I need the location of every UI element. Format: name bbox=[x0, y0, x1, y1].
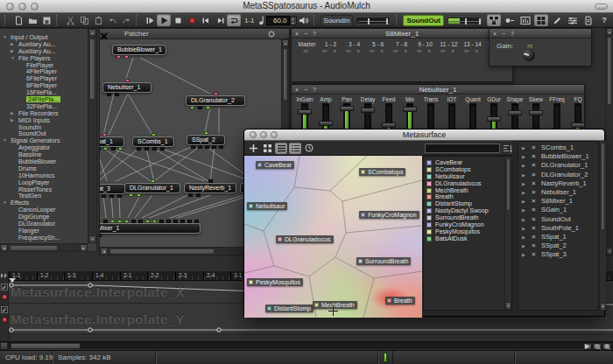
sidebar-item-auxiliary-au[interactable]: ▶Auxiliary Au... bbox=[0, 41, 88, 48]
expand-arrow-icon[interactable]: ▶ bbox=[522, 144, 525, 152]
panel-minimize-icon[interactable]: − bbox=[502, 29, 505, 38]
patch-cable[interactable] bbox=[154, 149, 208, 181]
patch-cable[interactable] bbox=[128, 195, 140, 218]
sidebar-item-auxiliary-au[interactable]: ▶Auxiliary Au... bbox=[0, 48, 88, 55]
scroll-left-arrow[interactable]: ◀ bbox=[100, 248, 108, 256]
toolbar-grip[interactable] bbox=[4, 15, 9, 25]
paste-button[interactable] bbox=[91, 14, 105, 26]
patch-node-sspat-1[interactable]: SSpat_1 bbox=[100, 136, 124, 147]
output-port[interactable] bbox=[196, 193, 201, 197]
surface-tag-distantstomp[interactable]: DistantStomp bbox=[265, 304, 314, 312]
sidebar-item-testgen[interactable]: TestGen bbox=[0, 192, 88, 200]
snapshot-item-batsatdusk[interactable]: BatsAtDusk bbox=[424, 235, 511, 242]
sidebar-item-16filepla[interactable]: 16FilePla... bbox=[0, 89, 88, 96]
channel-mute-solo[interactable]: m s bbox=[437, 48, 461, 55]
sound-out-label[interactable]: SoundOut bbox=[403, 15, 444, 26]
surface-tag-peskymosquitos[interactable]: PeskyMosquitos bbox=[247, 278, 303, 286]
sidebar-item-loopplayer[interactable]: LoopPlayer bbox=[0, 179, 88, 186]
output-port[interactable] bbox=[109, 194, 114, 198]
patch-node-dlgranulator-1[interactable]: DLGranulator_1 bbox=[124, 183, 180, 193]
output-port[interactable] bbox=[206, 106, 210, 109]
sidebar-item-arpeggiator[interactable]: Arpeggiator bbox=[0, 144, 88, 151]
slider-handle[interactable] bbox=[382, 122, 396, 128]
meter-handle[interactable] bbox=[465, 18, 467, 24]
scroll-thumb[interactable] bbox=[607, 37, 612, 105]
patch-cable[interactable] bbox=[111, 196, 113, 218]
sort-icon[interactable] bbox=[503, 144, 513, 154]
channel-mute-solo[interactable]: m s bbox=[413, 48, 437, 55]
remove-icon[interactable]: × bbox=[532, 224, 536, 233]
output-port[interactable] bbox=[198, 145, 202, 149]
sound-out-meter[interactable] bbox=[447, 17, 482, 24]
sidebar-item-24filepla[interactable]: 24FilePla... bbox=[0, 96, 88, 103]
remove-icon[interactable]: × bbox=[532, 188, 536, 197]
parameter-item-nastyreverb-1[interactable]: ▶×NastyReverb_1 bbox=[518, 179, 598, 188]
snapshot-item-mechbreath[interactable]: MechBreath bbox=[424, 187, 511, 194]
sidebar-item-midi-inputs[interactable]: ▶MIDI Inputs bbox=[0, 117, 88, 124]
panel-help-icon[interactable]: ? bbox=[511, 29, 514, 38]
snapshot-vscrollbar[interactable]: ▼ bbox=[504, 157, 511, 310]
patch-cable[interactable] bbox=[135, 195, 152, 218]
stepper-down-icon[interactable]: ▼ bbox=[292, 21, 295, 25]
patch-cable[interactable] bbox=[146, 149, 154, 181]
sound-in-meter[interactable] bbox=[356, 17, 391, 24]
scroll-left-arrow[interactable]: ◀ bbox=[0, 244, 8, 252]
expanded-arrow-icon[interactable]: ▼ bbox=[3, 137, 7, 144]
parameter-vscrollbar[interactable]: ▼ bbox=[599, 141, 606, 311]
sidebar-item-soundout[interactable]: SoundOut bbox=[0, 130, 88, 137]
output-port[interactable] bbox=[137, 147, 141, 150]
sidebar-item-drums[interactable]: Drums bbox=[0, 165, 88, 172]
slider-handle[interactable] bbox=[340, 106, 354, 111]
zoom-in-button[interactable] bbox=[602, 343, 611, 350]
output-port[interactable] bbox=[111, 147, 116, 150]
sidebar-item-file-recorders[interactable]: ▶File Recorders bbox=[0, 110, 88, 117]
patch-cable[interactable] bbox=[119, 196, 120, 218]
parameter-item-dlgranulator-2[interactable]: ▶×DLGranulator_2 bbox=[518, 171, 598, 179]
toolbar-grip[interactable] bbox=[136, 15, 140, 25]
output-port[interactable] bbox=[190, 106, 194, 109]
fast-forward-button[interactable] bbox=[213, 14, 227, 26]
parameter-item-scombs-1[interactable]: ▶×SCombs_1 bbox=[518, 144, 598, 152]
loop-button[interactable] bbox=[227, 14, 241, 26]
patch-cable[interactable] bbox=[154, 147, 199, 181]
patch-cable[interactable] bbox=[103, 94, 114, 135]
scroll-down-arrow[interactable]: ▼ bbox=[600, 303, 606, 311]
scroll-down-arrow[interactable]: ▼ bbox=[88, 235, 96, 243]
scroll-thumb[interactable] bbox=[10, 245, 58, 251]
snapshot-item-cavebear[interactable]: CaveBear bbox=[424, 159, 511, 166]
patch-cable[interactable] bbox=[210, 147, 215, 181]
input-port[interactable] bbox=[102, 133, 107, 136]
snapshot-item-nebulisaur[interactable]: Nebulisaur bbox=[424, 173, 511, 180]
properties-button[interactable] bbox=[566, 14, 580, 26]
output-port[interactable] bbox=[188, 193, 193, 197]
s8mixer-titlebar[interactable]: × − ? S8Mixer_1 bbox=[292, 29, 512, 38]
expand-arrow-icon[interactable]: ▶ bbox=[522, 224, 525, 233]
channel-mute-solo[interactable]: m s bbox=[342, 48, 366, 55]
timeline-follow-button[interactable] bbox=[583, 343, 592, 350]
parameter-item-s8mixer-1[interactable]: ▶×S8Mixer_1 bbox=[518, 197, 598, 206]
sidebar-item-soundin[interactable]: SoundIn bbox=[0, 124, 88, 131]
collapsed-arrow-icon[interactable]: ▶ bbox=[11, 117, 14, 124]
sidebar-item-bubbleblower[interactable]: BubbleBlower bbox=[0, 158, 88, 165]
sidebar-item-digigrunge[interactable]: DigiGrunge bbox=[0, 214, 88, 220]
slider-handle[interactable] bbox=[487, 116, 501, 122]
patch-node-sspat-3[interactable]: SSpat_3 bbox=[100, 184, 125, 194]
copy-button[interactable] bbox=[77, 14, 91, 26]
sound-in-label[interactable]: SoundIn bbox=[321, 15, 354, 26]
input-port[interactable] bbox=[180, 220, 185, 223]
input-port[interactable] bbox=[103, 220, 108, 223]
channel-mute-solo[interactable]: m s bbox=[461, 48, 484, 55]
metasurface-surface[interactable]: CaveBearSCombatopsNebulisaurFunkyCroMagn… bbox=[244, 156, 422, 318]
slider-handle[interactable] bbox=[571, 122, 584, 128]
remove-icon[interactable]: × bbox=[532, 250, 536, 259]
output-port[interactable] bbox=[103, 147, 108, 150]
parameter-item-sspat-3[interactable]: ▶×SSpat_3 bbox=[518, 250, 598, 259]
patch-cable[interactable] bbox=[100, 149, 120, 181]
patch-node-nebuliser-1[interactable]: Nebuliser_1 bbox=[102, 82, 151, 93]
patch-cable[interactable] bbox=[109, 94, 128, 135]
snapshot-item-breath[interactable]: Breath bbox=[424, 193, 511, 200]
nebuliser-titlebar[interactable]: × − ? Nebuliser_1 bbox=[292, 85, 584, 94]
sidebar-item-fileplayer[interactable]: FilePlayer bbox=[0, 62, 88, 69]
snapshot-filter-input[interactable] bbox=[425, 144, 500, 153]
input-port[interactable] bbox=[138, 220, 143, 223]
